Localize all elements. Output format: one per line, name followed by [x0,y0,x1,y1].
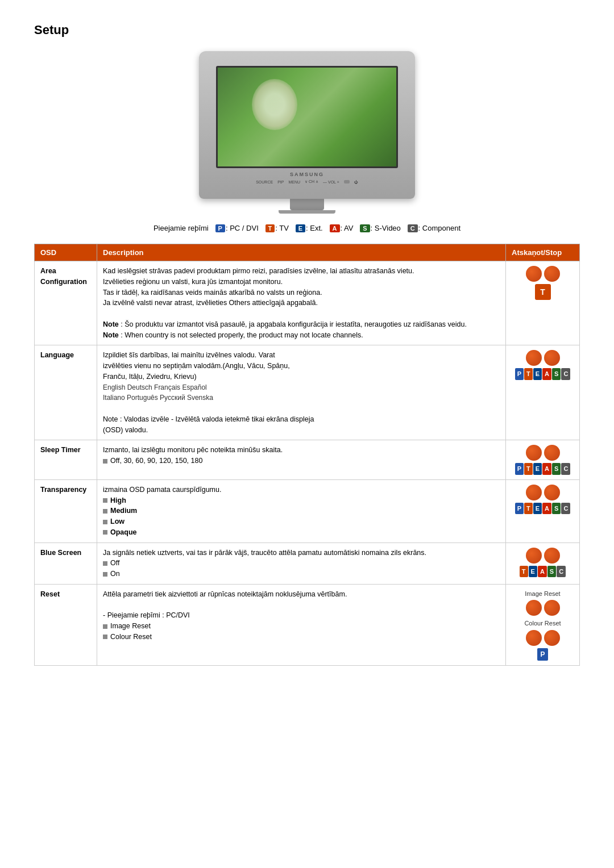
icon-area-config: T [506,261,580,345]
osd-reset: Reset [35,584,97,665]
osd-transparency: Transparency [35,479,97,542]
osd-area-config: AreaConfiguration [35,261,97,345]
stop-icon [544,485,560,500]
stop-icon [544,350,560,366]
bullet-icon [103,530,107,535]
table-row: Language Izpildiet šīs darbības, lai mai… [35,345,580,440]
bullet-icon [103,520,107,524]
header-description: Description [97,244,506,261]
bullet-icon [103,624,107,629]
icon-sleep-timer: PTEASC [506,440,580,480]
colour-reset-label: Colour Reset [512,619,574,628]
table-row: Sleep Timer Izmanto, lai izslēgtu monito… [35,440,580,480]
icon-pair-blue [512,548,574,564]
badge-p: P [215,224,225,232]
badge-s: S [360,224,370,232]
play-icon [526,600,542,616]
icon-pair-area [512,266,574,282]
icon-pair-reset-colour [512,630,574,646]
icon-language: PTEASC [506,345,580,440]
osd-language: Language [35,345,97,440]
monitor-illustration: SAMSUNG SOURCE PIP MENU ∨ CH ∧ — VOL + ⏻ [34,51,580,214]
legend-prefix: Pieejamie reþīmi [154,224,209,232]
page-title: Setup [34,23,580,37]
monitor-screen [216,66,398,168]
bullet-icon [103,635,107,639]
icon-transparency: PTEASC [506,479,580,542]
monitor-brand: SAMSUNG [290,172,324,177]
header-osd: OSD [35,244,97,261]
play-icon [526,630,542,646]
stop-icon [544,600,560,616]
bullet-icon [103,572,107,577]
badge-a: A [330,224,340,232]
t-icon-row: T [512,284,574,300]
table-row: AreaConfiguration Kad ieslēgsiet strāvas… [35,261,580,345]
table-row: Reset Attēla parametri tiek aizviettoti … [35,584,580,665]
pteasc-sleep: PTEASC [515,463,571,475]
header-stop: Atskaņot/Stop [506,244,580,261]
bullet-icon [103,509,107,514]
osd-sleep-timer: Sleep Timer [35,440,97,480]
osd-blue-screen: Blue Screen [35,542,97,584]
bullet-icon [103,561,107,566]
icon-pair-lang [512,350,574,366]
image-reset-label: Image Reset [512,589,574,599]
tv-badge: T [535,284,551,300]
badge-c: C [408,224,418,232]
monitor-controls: SOURCE PIP MENU ∨ CH ∧ — VOL + ⏻ [256,180,358,184]
table-row: Blue Screen Ja signāls netiek uztverts, … [35,542,580,584]
bullet-icon [103,459,107,464]
desc-blue-screen: Ja signāls netiek uztverts, vai tas ir p… [97,542,506,584]
play-icon [526,445,542,461]
pteasc-lang: PTEASC [515,368,571,380]
icon-pair-trans [512,485,574,500]
pteasc-blue: TEASC [520,566,566,578]
icon-pair-sleep [512,445,574,461]
main-table: OSD Description Atskaņot/Stop AreaConfig… [34,244,580,666]
bullet-icon [103,498,107,503]
play-icon [526,485,542,500]
monitor-body: SAMSUNG SOURCE PIP MENU ∨ CH ∧ — VOL + ⏻ [199,51,415,199]
stop-icon [544,548,560,564]
badge-t: T [265,224,275,232]
play-icon [526,266,542,282]
p-badge: P [537,648,547,661]
legend-row: Pieejamie reþīmi P: PC / DVI T: TV E: Ex… [34,224,580,232]
badge-e: E [296,224,305,232]
desc-language: Izpildiet šīs darbības, lai mainītu izvē… [97,345,506,440]
stop-icon [544,445,560,461]
desc-reset: Attēla parametri tiek aizviettoti ar rūp… [97,584,506,665]
play-icon [526,350,542,366]
pteasc-trans: PTEASC [515,503,571,515]
monitor-base [290,199,324,210]
play-icon [526,548,542,564]
stop-icon [544,266,560,282]
icon-reset: Image Reset Colour Reset P [506,584,580,665]
stop-icon [544,630,560,646]
table-row: Transparency izmaina OSD pamata caurspīd… [35,479,580,542]
desc-sleep-timer: Izmanto, lai izslēgtu monitoru pēc notei… [97,440,506,480]
icon-pair-reset-image [512,600,574,616]
desc-area-config: Kad ieslēgsiet strāvas padevi produktam … [97,261,506,345]
monitor-stand [279,210,335,214]
icon-blue-screen: TEASC [506,542,580,584]
desc-transparency: izmaina OSD pamata caurspīdīgumu. High M… [97,479,506,542]
